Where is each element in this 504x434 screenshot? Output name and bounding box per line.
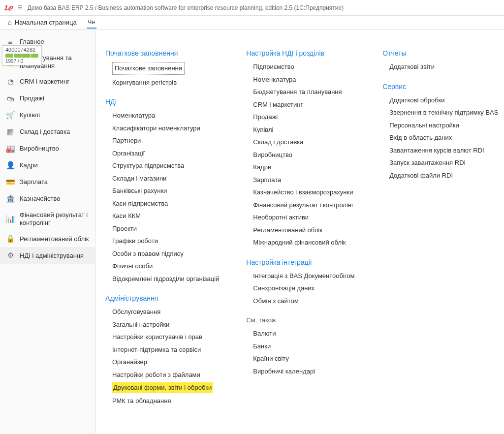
menu-link[interactable]: Загальні настройки [112, 320, 226, 330]
menu-link[interactable]: Банки [253, 341, 363, 351]
menu-link[interactable]: Продажі [253, 112, 363, 122]
nav-label: Виробництво [20, 145, 89, 153]
menu-link[interactable]: Склади і магазини [112, 174, 226, 184]
menu-link[interactable]: Друковані форми, звіти і обробки [112, 382, 213, 393]
sidebar-item[interactable]: 🛍Продажі [0, 90, 95, 107]
sidebar-item[interactable]: ◔CRM і маркетинг [0, 73, 95, 90]
menu-link[interactable]: Номенклатура [112, 111, 226, 121]
menu-link[interactable]: Партнери [112, 136, 226, 146]
menu-link[interactable]: Каси ККМ [112, 211, 226, 221]
menu-link[interactable]: Бюджетування та планування [253, 87, 363, 97]
menu-link[interactable]: Синхронізація даних [253, 283, 363, 293]
menu-link[interactable]: Каси підприємства [112, 199, 226, 209]
section-header[interactable]: Початкове заповнення [105, 49, 226, 57]
menu-link[interactable]: Фізичні особи [112, 261, 226, 271]
menu-link[interactable]: Казначейство і взаєморозрахунки [253, 187, 363, 197]
tab-row: ⌂ Начальная страница Че [0, 16, 504, 30]
nav-label: Купівлі [20, 111, 89, 119]
nav-icon: 🛍 [6, 94, 15, 103]
nav-label: Зарплата [20, 178, 89, 186]
menu-link[interactable]: Коригування регістрів [112, 78, 226, 88]
menu-link[interactable]: Інтернет-підтримка та сервіси [112, 345, 226, 355]
sidebar-item[interactable]: 🏭Виробництво [0, 140, 95, 157]
menu-link[interactable]: Банківські рахунки [112, 186, 226, 196]
menu-link[interactable]: Настройки користувачів і прав [112, 332, 226, 342]
menu-link[interactable]: Проекти [112, 224, 226, 234]
sidebar-item[interactable]: ▦Склад і доставка [0, 124, 95, 140]
sidebar: 4000074282 1997 / 0 ≡Главное💰Бюджетуванн… [0, 30, 95, 434]
sidebar-item[interactable]: 👤Кадри [0, 157, 95, 174]
menu-link[interactable]: Валюти [253, 329, 363, 339]
sidebar-item[interactable]: 🔒Регламентований облік [0, 230, 95, 247]
menu-link[interactable]: Початкове заповнення [112, 62, 185, 75]
menu-link[interactable]: Додаткові файли RDI [389, 171, 499, 181]
menu-link[interactable]: Склад і доставка [253, 137, 363, 147]
section-header[interactable]: Настройка інтеграції [246, 258, 363, 266]
nav-label: Кадри [20, 161, 89, 169]
menu-link[interactable]: Обслуговування [112, 307, 226, 317]
menu-link[interactable]: Міжнародний фінансовий облік [253, 238, 363, 248]
nav-icon: 🛒 [6, 111, 15, 120]
content-area: Початкове заповнення Початкове заповненн… [95, 30, 504, 434]
section-header[interactable]: Адміністрування [105, 294, 226, 302]
section-header[interactable]: НДІ [105, 98, 226, 106]
section-header[interactable]: Отчеты [382, 49, 499, 57]
nav-label: CRM і маркетинг [20, 78, 89, 86]
section-header[interactable]: Настройка НДІ і розділів [246, 49, 363, 57]
sidebar-item[interactable]: 🏦Казначейство [0, 190, 95, 207]
menu-link[interactable]: Відокремлені підрозділи організацій [112, 274, 226, 284]
menu-link[interactable]: Кадри [253, 162, 363, 172]
info-badge: 4000074282 1997 / 0 [2, 45, 42, 65]
menu-link[interactable]: Необоротні активи [253, 213, 363, 222]
section-header: См. також [246, 316, 363, 324]
menu-link[interactable]: Завантаження курсів валют RDI [389, 146, 499, 155]
sidebar-item[interactable]: 🛒Купівлі [0, 107, 95, 124]
home-icon: ⌂ [8, 19, 12, 26]
menu-link[interactable]: CRM і маркетинг [253, 100, 363, 110]
menu-link[interactable]: Обмін з сайтом [253, 296, 363, 306]
window-title: Демо база BAS ERP 2.5 / Business automat… [28, 4, 344, 11]
menu-link[interactable]: Класифікатори номенклатури [112, 124, 226, 133]
column-1: Початкове заповнення Початкове заповненн… [105, 49, 226, 405]
menu-link[interactable]: Персональні настройки [389, 121, 499, 130]
section-header[interactable]: Сервис [382, 83, 499, 91]
menu-link[interactable]: Виробництво [253, 150, 363, 160]
menu-link[interactable]: Номенклатура [253, 75, 363, 85]
menu-link[interactable]: Країни світу [253, 354, 363, 364]
menu-link[interactable]: Регламентований облік [253, 225, 363, 235]
menu-link[interactable]: РМК та обладнання [112, 396, 226, 406]
sidebar-item[interactable]: ⚙НДІ і адміністрування [0, 247, 95, 264]
sidebar-item[interactable]: 💳Зарплата [0, 174, 95, 190]
menu-link[interactable]: Особи з правом підпису [112, 249, 226, 259]
tab-home-label: Начальная страница [15, 19, 77, 26]
tab-home[interactable]: ⌂ Начальная страница [4, 17, 81, 28]
nav-icon: ◔ [6, 77, 15, 86]
nav-label: Склад і доставка [20, 128, 89, 136]
menu-link[interactable]: Інтеграція з BAS Документообігом [253, 271, 363, 281]
menu-link[interactable]: Органайзер [112, 357, 226, 367]
nav-icon: 🔒 [6, 234, 15, 243]
nav-icon: ▦ [6, 127, 15, 136]
menu-link[interactable]: Запуск завантаження RDI [389, 158, 499, 168]
menu-link[interactable]: Структура підприємства [112, 161, 226, 171]
menu-link[interactable]: Купівлі [253, 125, 363, 135]
titlebar: 1ⅇ ≡ Демо база BAS ERP 2.5 / Business au… [0, 0, 504, 16]
nav-label: Главное [20, 38, 89, 46]
menu-link[interactable]: Додаткові звіти [389, 62, 499, 72]
menu-link[interactable]: Графіки роботи [112, 236, 226, 246]
menu-link[interactable]: Звернення в технічну підтримку BAS [389, 108, 499, 118]
menu-link[interactable]: Додаткові обробки [389, 95, 499, 105]
menu-link[interactable]: Підприємство [253, 62, 363, 72]
sidebar-item[interactable]: 📊Фінансовий результат і контролінг [0, 207, 95, 230]
column-3: Отчеты Додаткові звіти Сервис Додаткові … [382, 49, 499, 180]
menu-link[interactable]: Зарплата [253, 175, 363, 185]
menu-link[interactable]: Організації [112, 149, 226, 158]
nav-label: Регламентований облік [20, 235, 89, 243]
menu-link[interactable]: Настройки роботи з файлами [112, 370, 226, 380]
menu-link[interactable]: Виробничі календарі [253, 367, 363, 376]
menu-link[interactable]: Фінансовий результат і контролінг [253, 200, 363, 210]
nav-icon: 👤 [6, 161, 15, 170]
tab-active[interactable]: Че [87, 16, 96, 29]
menu-link[interactable]: Вхід в область даних [389, 133, 499, 143]
hamburger-icon[interactable]: ≡ [17, 2, 23, 13]
